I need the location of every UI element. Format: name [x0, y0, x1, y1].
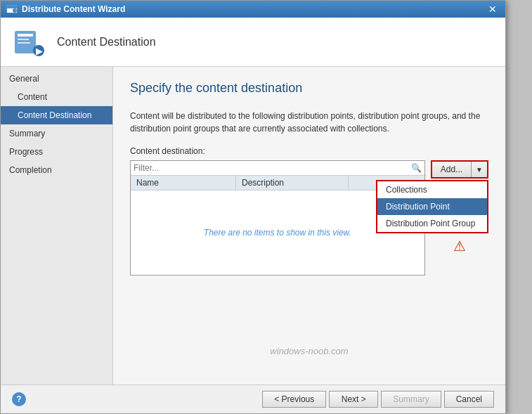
footer: ? < Previous Next > Summary Cancel — [1, 384, 505, 413]
footer-buttons: < Previous Next > Summary Cancel — [262, 391, 494, 408]
add-button-group: Add... ▼ — [431, 160, 488, 179]
sidebar-item-content[interactable]: Content — [1, 88, 112, 106]
add-dropdown-button[interactable]: ▼ — [472, 162, 487, 177]
sidebar-item-general[interactable]: General — [1, 70, 112, 88]
filter-bar: 🔍 — [131, 161, 424, 176]
svg-point-2 — [13, 8, 17, 13]
error-icon-area: ⚠ — [431, 238, 488, 254]
window-icon — [6, 4, 18, 15]
sidebar-item-progress[interactable]: Progress — [1, 143, 112, 161]
page-title: Specify the content destination — [130, 81, 488, 96]
titlebar-left: Distribute Content Wizard — [6, 4, 125, 15]
column-description: Description — [236, 176, 349, 190]
search-icon: 🔍 — [411, 163, 422, 173]
header-icon-area: ▶ — [12, 25, 46, 59]
footer-left: ? — [12, 392, 26, 406]
svg-rect-5 — [18, 39, 29, 40]
previous-button[interactable]: < Previous — [262, 391, 326, 408]
content-area: General Content Content Destination Summ… — [1, 67, 505, 384]
error-icon: ⚠ — [453, 238, 466, 254]
header-title: Content Destination — [57, 36, 156, 48]
dropdown-item-collections[interactable]: Collections — [377, 181, 487, 198]
svg-text:▶: ▶ — [36, 46, 43, 56]
header-panel: ▶ Content Destination — [1, 18, 505, 67]
cancel-button[interactable]: Cancel — [444, 391, 494, 408]
main-content: Specify the content destination Content … — [113, 67, 505, 384]
filter-input[interactable] — [134, 163, 411, 173]
column-name: Name — [131, 176, 236, 190]
sidebar-item-summary[interactable]: Summary — [1, 124, 112, 143]
sidebar-item-completion[interactable]: Completion — [1, 161, 112, 179]
description-text: Content will be distributed to the follo… — [130, 110, 488, 135]
svg-rect-4 — [18, 34, 33, 37]
dropdown-item-distribution-point-group[interactable]: Distribution Point Group — [377, 215, 487, 232]
next-button[interactable]: Next > — [329, 391, 378, 408]
help-button[interactable]: ? — [12, 392, 26, 406]
dropdown-menu: Collections Distribution Point Distribut… — [376, 180, 488, 233]
dropdown-item-distribution-point[interactable]: Distribution Point — [377, 198, 487, 215]
right-panel: Add... ▼ Collections Distribution Point … — [431, 160, 488, 254]
sidebar: General Content Content Destination Summ… — [1, 67, 113, 384]
sidebar-item-content-destination[interactable]: Content Destination — [1, 106, 112, 124]
watermark: windows-noob.com — [270, 346, 348, 356]
summary-button[interactable]: Summary — [381, 391, 441, 408]
content-destination-label: Content destination: — [130, 146, 488, 156]
close-button[interactable]: ✕ — [486, 4, 500, 15]
content-destination-icon: ▶ — [12, 25, 46, 59]
destination-container: 🔍 Name Description There are no items to… — [130, 160, 488, 276]
add-button[interactable]: Add... — [432, 162, 472, 177]
titlebar: Distribute Content Wizard ✕ — [1, 1, 505, 18]
svg-rect-1 — [7, 6, 17, 8]
window-title: Distribute Content Wizard — [22, 4, 125, 14]
svg-rect-6 — [18, 42, 30, 44]
